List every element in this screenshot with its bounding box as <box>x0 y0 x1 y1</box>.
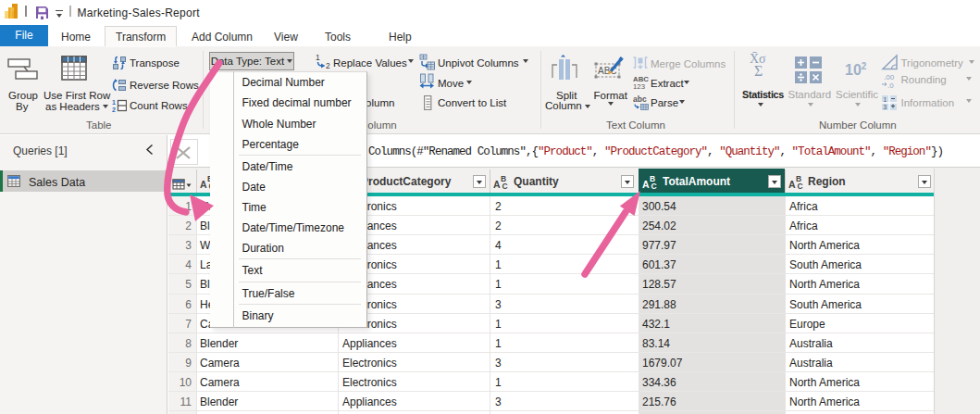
svg-text:3: 3 <box>884 104 887 110</box>
svg-text:.0: .0 <box>887 82 894 90</box>
svg-text:1: 1 <box>884 96 887 103</box>
svg-text:1: 1 <box>316 53 320 62</box>
svg-text:2: 2 <box>326 61 330 69</box>
svg-text:abc: abc <box>633 95 647 104</box>
svg-text:123: 123 <box>633 82 645 90</box>
svg-text:2: 2 <box>112 107 116 113</box>
svg-text:1: 1 <box>112 99 116 106</box>
